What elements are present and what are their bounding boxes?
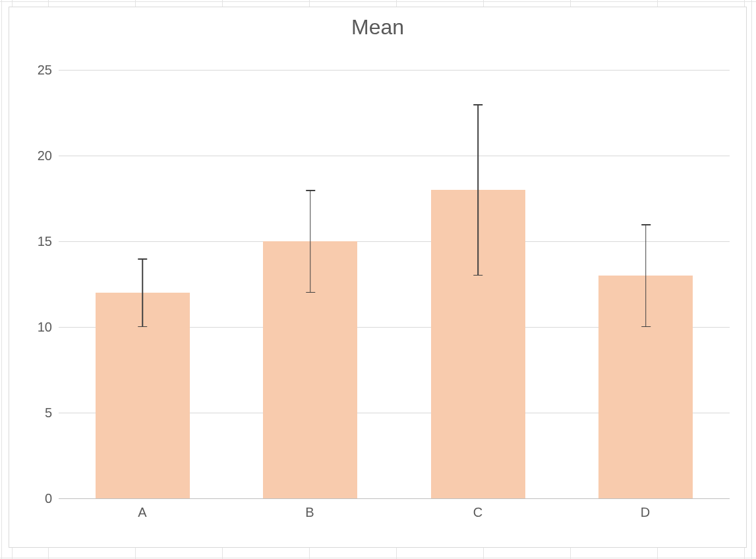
y-tick-label: 20 [13, 148, 52, 163]
x-tick-label: A [59, 505, 226, 520]
axis-baseline [59, 498, 730, 499]
y-tick-label: 10 [13, 320, 52, 335]
error-bar [310, 190, 311, 293]
chart-title: Mean [9, 15, 746, 40]
y-tick-label: 5 [13, 405, 52, 421]
gridline [59, 156, 730, 156]
gridline [59, 70, 730, 71]
y-tick-label: 15 [13, 234, 52, 249]
plot-area [59, 70, 730, 498]
error-bar [478, 104, 479, 276]
error-bar [645, 224, 647, 327]
x-tick-label: B [226, 505, 393, 520]
y-tick-label: 0 [13, 491, 52, 506]
x-tick-label: D [562, 505, 729, 520]
gridline [59, 241, 730, 242]
y-tick-label: 25 [13, 63, 52, 78]
chart-object[interactable]: Mean 0 5 10 15 20 25 A B C D [9, 7, 747, 548]
x-tick-label: C [394, 505, 562, 520]
error-bar [142, 258, 144, 327]
spreadsheet-sheet: Mean 0 5 10 15 20 25 A B C D [0, 0, 756, 559]
